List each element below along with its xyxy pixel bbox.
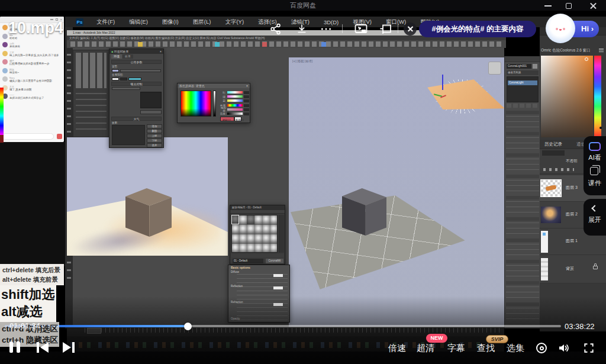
render-preview-button[interactable]: [140, 110, 162, 114]
atm-down-button[interactable]: 下移: [147, 138, 162, 143]
env-section-atmosphere[interactable]: 大气: [111, 117, 162, 121]
picker-hue-slider[interactable]: [227, 104, 243, 107]
assistant-avatar[interactable]: [546, 14, 575, 43]
layer3-thumbnail[interactable]: [541, 180, 561, 197]
modifier-stack[interactable]: CoronaLight: [507, 76, 539, 102]
volume-button[interactable]: [556, 341, 572, 355]
find-button[interactable]: 查找: [477, 342, 495, 354]
mtl-type-button[interactable]: CoronaMtl: [266, 259, 283, 263]
share-button[interactable]: [269, 22, 282, 36]
layer1-thumbnail[interactable]: [541, 231, 548, 253]
mtl-slot-dropdown[interactable]: 01 - Default: [233, 259, 263, 263]
atm-del-button[interactable]: 删除: [147, 129, 162, 133]
picker-red-value[interactable]: [244, 91, 249, 94]
ps-menu-type[interactable]: 文字(Y): [218, 18, 251, 26]
blend-mode-dropdown[interactable]: [542, 150, 565, 156]
pip-button[interactable]: [354, 22, 368, 36]
basic-options-header[interactable]: Basic options: [228, 265, 289, 269]
picker-green-slider[interactable]: [227, 95, 243, 98]
picker-val-slider[interactable]: [227, 112, 243, 115]
diffuse-color-swatch[interactable]: [273, 274, 283, 277]
reflect-color-swatch[interactable]: [273, 286, 283, 289]
close-button[interactable]: [588, 2, 600, 9]
ps-menu-file[interactable]: 文件(F): [89, 18, 122, 26]
coolorus-sv-square[interactable]: [541, 56, 593, 137]
material-slot-dark[interactable]: [247, 215, 254, 224]
screenshot-button[interactable]: [379, 22, 393, 36]
env-tab-effects[interactable]: 效果: [123, 54, 133, 59]
download-button[interactable]: [295, 22, 308, 36]
cube-left-viewport[interactable]: [125, 188, 172, 237]
cube-right-viewport[interactable]: [342, 188, 386, 236]
speed-button[interactable]: 倍速: [388, 342, 406, 354]
chat-send-button[interactable]: [57, 134, 62, 139]
picker-spectrum[interactable]: [180, 91, 211, 117]
settings-button[interactable]: [536, 343, 547, 353]
env-tint-swatch[interactable]: [112, 78, 119, 80]
panel-menu-icon[interactable]: [599, 49, 604, 52]
picker-blue-value[interactable]: [244, 99, 249, 102]
minimize-button[interactable]: [544, 2, 556, 9]
picker-titlebar[interactable]: 颜色选择器: 背景色 ×: [178, 83, 250, 88]
pause-button[interactable]: [9, 342, 22, 353]
env-bg-color-swatch[interactable]: [112, 69, 119, 72]
more-button[interactable]: [320, 26, 332, 32]
picker-sat-slider[interactable]: [227, 108, 243, 111]
fullscreen-button[interactable]: [582, 342, 595, 354]
env-ambient-swatch[interactable]: [120, 78, 127, 80]
perspective-viewport[interactable]: [+] [透视] [标准]: [289, 57, 504, 327]
next-button[interactable]: [62, 342, 77, 353]
picker-whiteness-slider[interactable]: [213, 91, 216, 117]
env-section-exposure[interactable]: 曝光控制: [111, 82, 162, 86]
material-slot-selected[interactable]: [231, 215, 239, 224]
maximize-button[interactable]: [566, 2, 578, 9]
atm-merge-button[interactable]: 合并: [147, 143, 162, 147]
ps-menu-layer[interactable]: 图层(L): [186, 18, 218, 26]
picker-sat-value[interactable]: [244, 108, 249, 111]
mtl-titlebar[interactable]: 材质编辑器 - 01 - Default: [230, 205, 285, 210]
picker-red-slider[interactable]: [227, 91, 243, 94]
picker-hue-value[interactable]: [244, 104, 249, 107]
viewport-label[interactable]: [+] [透视] [标准]: [292, 59, 312, 63]
layer2-thumbnail[interactable]: [541, 207, 561, 223]
ps-menu-3d[interactable]: 3D(D): [317, 19, 346, 25]
env-section-common[interactable]: 公用参数: [111, 60, 162, 64]
picker-cancel-button[interactable]: 取消(C): [236, 118, 244, 121]
ps-menu-image[interactable]: 图像(I): [155, 18, 186, 26]
picker-val-value[interactable]: [244, 112, 249, 115]
env-map-button[interactable]: [120, 69, 161, 72]
env-dialog-titlebar[interactable]: ■ 环境和效果 ×: [109, 49, 163, 54]
announcement-pill[interactable]: #例会光的特点# 的主要内容: [419, 21, 536, 37]
atm-add-button[interactable]: 添加: [147, 124, 162, 128]
bg-layer-thumbnail[interactable]: [541, 258, 548, 281]
history-tab[interactable]: 历史记录: [544, 141, 562, 147]
object-color-swatch[interactable]: [533, 64, 537, 69]
opacity-label[interactable]: 不透明: [566, 159, 578, 164]
picker-close-icon[interactable]: ×: [246, 83, 248, 88]
lock-icons[interactable]: [543, 168, 574, 171]
coolorus-hue-bar[interactable]: [594, 56, 601, 137]
rollout-diffuse[interactable]: Diffuse: [231, 270, 239, 273]
atm-up-button[interactable]: 上移: [147, 134, 162, 138]
picker-green-value[interactable]: [244, 95, 249, 98]
quality-button[interactable]: 超清: [417, 342, 434, 354]
env-render-button[interactable]: [128, 78, 141, 80]
episodes-button[interactable]: 选集: [507, 342, 524, 354]
coolorus-panel-title[interactable]: Omric 色轮Coolorus 2.6 窗口: [541, 46, 605, 54]
env-tab-environment[interactable]: 环境: [111, 54, 122, 59]
atmosphere-list[interactable]: [112, 125, 145, 145]
close-announcement-button[interactable]: [404, 22, 417, 36]
picker-blue-slider[interactable]: [227, 99, 243, 102]
ai-watch-icon[interactable]: [589, 142, 601, 151]
modifier-list-dropdown[interactable]: 修改器列表: [507, 70, 539, 75]
courseware-label[interactable]: 课件: [584, 179, 606, 188]
command-panel-tabs[interactable]: [505, 56, 540, 62]
subtitles-button[interactable]: 字幕: [447, 342, 465, 354]
render-viewport[interactable]: [67, 137, 228, 256]
previous-button[interactable]: [37, 342, 52, 353]
object-name-field[interactable]: CoronaLight001: [507, 64, 531, 69]
background-layer-row[interactable]: 背景: [540, 255, 606, 284]
env-close-icon[interactable]: ×: [160, 49, 162, 54]
ai-watch-label[interactable]: AI看: [584, 153, 606, 162]
stack-item-selected[interactable]: CoronaLight: [508, 80, 537, 85]
